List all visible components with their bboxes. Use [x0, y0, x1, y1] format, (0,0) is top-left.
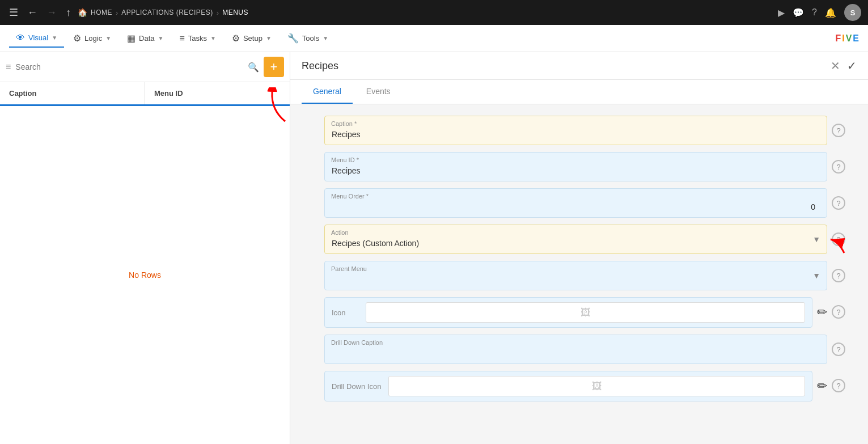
drill-down-icon-edit-button[interactable]: ✏ [817, 379, 827, 394]
nav-setup[interactable]: ⚙ Setup ▼ [225, 29, 278, 47]
nav-visual-label: Visual [28, 33, 48, 42]
home-icon: 🏠 [78, 8, 87, 17]
drill-down-icon-help-icon[interactable]: ? [832, 379, 845, 392]
menu-order-field: Menu Order * 0 [324, 188, 827, 218]
icon-row: Icon 🖼 ✏ ? [324, 297, 845, 328]
parent-menu-field: Parent Menu ▼ [324, 261, 827, 290]
drill-down-caption-wrapper: Drill Down Caption ? [324, 335, 845, 364]
icon-field: Icon 🖼 [324, 297, 812, 328]
menu-order-help-icon[interactable]: ? [832, 196, 845, 210]
drill-down-icon-label: Drill Down Icon [332, 382, 383, 391]
eye-icon: 👁 [16, 33, 25, 43]
check-icon[interactable]: ✓ [847, 59, 857, 73]
breadcrumb-sep-2: › [217, 9, 219, 17]
menu-id-label: Menu ID * [331, 157, 359, 163]
tasks-arrow: ▼ [210, 35, 216, 41]
setup-arrow: ▼ [266, 35, 272, 41]
drill-down-caption-help-icon[interactable]: ? [832, 342, 845, 356]
caption-help-icon[interactable]: ? [832, 124, 845, 137]
five-logo: FIVE [835, 33, 859, 44]
header-action-icons: ✕ ✓ [831, 59, 857, 73]
back-icon[interactable]: ← [25, 5, 40, 21]
right-panel-title: Recipes [302, 60, 831, 72]
filter-icon: ≡ [6, 62, 11, 72]
tabs: General Events [290, 80, 868, 104]
main-layout: ≡ 🔍 + Caption Menu ID No Rows Recipes [0, 52, 868, 444]
icon-edit-button[interactable]: ✏ [817, 305, 827, 320]
icon-img-icon: 🖼 [581, 307, 591, 319]
topnav-right-icons: ▶ 💬 ? 🔔 S [778, 4, 861, 21]
secondary-nav: 👁 Visual ▼ ⚙ Logic ▼ ▦ Data ▼ ≡ Tasks ▼ … [0, 25, 868, 52]
up-icon[interactable]: ↑ [63, 5, 73, 21]
form-area: Caption * Recipes ? Menu ID * Recipes ? [290, 104, 868, 444]
caption-label: Caption * [331, 120, 357, 127]
breadcrumb-apps[interactable]: APPLICATIONS (RECIPES) [121, 9, 213, 16]
menu-id-row: Menu ID * Recipes ? [324, 152, 845, 181]
drill-down-icon-field: Drill Down Icon 🖼 [324, 371, 812, 401]
data-arrow: ▼ [158, 35, 164, 41]
menu-id-field-wrapper: Menu ID * Recipes ? [324, 152, 845, 181]
nav-tasks-label: Tasks [188, 34, 207, 43]
drill-down-caption-row: Drill Down Caption ? [324, 335, 845, 364]
nav-data[interactable]: ▦ Data ▼ [120, 29, 170, 47]
action-help-icon[interactable]: ? [832, 232, 845, 246]
parent-menu-row: Parent Menu ▼ ? [324, 261, 845, 290]
menu-order-field-wrapper: Menu Order * 0 ? [324, 188, 845, 218]
action-field: Action Recipes (Custom Action) ▼ [324, 225, 827, 254]
parent-menu-field-wrapper: Parent Menu ▼ ? [324, 261, 845, 290]
right-header: Recipes ✕ ✓ [290, 52, 868, 80]
avatar[interactable]: S [844, 4, 861, 21]
bell-icon[interactable]: 🔔 [825, 7, 836, 18]
nav-visual[interactable]: 👁 Visual ▼ [9, 29, 64, 48]
col-menu-id: Menu ID [145, 82, 290, 104]
breadcrumb-home[interactable]: HOME [91, 9, 112, 16]
chat-icon[interactable]: 💬 [793, 7, 804, 18]
menu-id-help-icon[interactable]: ? [832, 160, 845, 174]
tools-icon: 🔧 [287, 33, 299, 44]
breadcrumb: 🏠 HOME › APPLICATIONS (RECIPES) › MENUS [78, 8, 773, 17]
menu-order-value[interactable]: 0 [324, 188, 827, 218]
icon-help-icon[interactable]: ? [832, 305, 845, 319]
visual-arrow: ▼ [52, 35, 57, 41]
close-icon[interactable]: ✕ [831, 59, 840, 73]
parent-menu-value[interactable] [324, 261, 827, 290]
action-row: Action Recipes (Custom Action) ▼ [324, 225, 845, 254]
parent-menu-label: Parent Menu [331, 265, 367, 272]
breadcrumb-menus[interactable]: MENUS [222, 9, 248, 16]
drill-down-icon-placeholder: 🖼 [388, 376, 805, 396]
data-icon: ▦ [127, 33, 136, 44]
help-circle-icon[interactable]: ? [812, 7, 817, 18]
forward-icon[interactable]: → [44, 5, 59, 21]
search-input[interactable] [15, 62, 243, 71]
drill-down-caption-value[interactable] [324, 335, 827, 364]
top-nav: ☰ ← → ↑ 🏠 HOME › APPLICATIONS (RECIPES) … [0, 0, 868, 25]
drill-down-caption-label: Drill Down Caption [331, 339, 383, 346]
action-value[interactable]: Recipes (Custom Action) [324, 225, 827, 254]
nav-logic[interactable]: ⚙ Logic ▼ [66, 29, 118, 47]
drill-down-caption-field: Drill Down Caption [324, 335, 827, 364]
nav-data-label: Data [139, 34, 154, 43]
logic-icon: ⚙ [73, 33, 81, 44]
logic-arrow: ▼ [105, 35, 111, 41]
play-icon[interactable]: ▶ [778, 7, 785, 18]
caption-row: Caption * Recipes ? [324, 116, 845, 145]
search-bar: ≡ 🔍 + [0, 52, 290, 82]
setup-icon: ⚙ [232, 33, 240, 44]
icon-field-wrapper: Icon 🖼 ✏ ? [324, 297, 845, 328]
search-icon[interactable]: 🔍 [248, 62, 259, 73]
hamburger-icon[interactable]: ☰ [7, 4, 20, 21]
tasks-icon: ≡ [179, 33, 184, 44]
action-field-wrapper: Action Recipes (Custom Action) ▼ [324, 225, 845, 254]
tab-general[interactable]: General [302, 80, 353, 104]
nav-tasks[interactable]: ≡ Tasks ▼ [172, 30, 222, 47]
caption-value[interactable]: Recipes [324, 116, 827, 145]
drill-down-icon-row: Drill Down Icon 🖼 ✏ ? [324, 371, 845, 401]
nav-tools[interactable]: 🔧 Tools ▼ [281, 29, 335, 47]
tab-events[interactable]: Events [355, 80, 402, 104]
nav-setup-label: Setup [243, 34, 262, 43]
parent-menu-help-icon[interactable]: ? [832, 269, 845, 282]
drill-down-img-icon: 🖼 [592, 380, 602, 392]
icon-image-placeholder: 🖼 [366, 302, 805, 323]
add-button[interactable]: + [264, 57, 284, 77]
menu-id-value[interactable]: Recipes [324, 152, 827, 181]
